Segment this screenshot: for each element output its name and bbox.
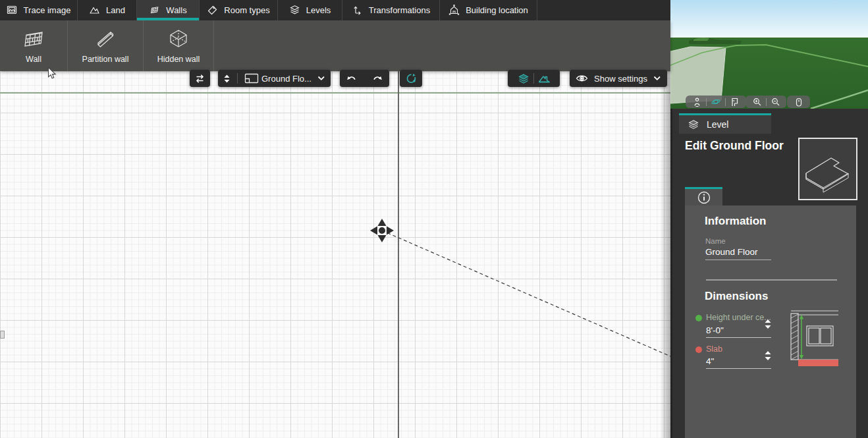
divider — [766, 98, 767, 106]
level-selector[interactable]: Ground Flo... — [218, 70, 331, 87]
floor-plan-icon — [244, 73, 259, 84]
tool-label: Partition wall — [82, 55, 129, 64]
slab-label: Slab — [706, 344, 722, 354]
chevron-down-icon — [653, 76, 661, 81]
level-thumbnail — [798, 138, 857, 200]
viewport-nav-group — [686, 96, 746, 108]
tab-information[interactable] — [685, 187, 722, 205]
tab-label: Levels — [306, 5, 331, 15]
wall-draw-overlay — [0, 71, 670, 438]
tab-transformations[interactable]: Transformations — [342, 0, 440, 20]
orbit-button[interactable] — [711, 97, 720, 106]
divider — [706, 98, 707, 106]
main-tab-bar: Trace image Land Walls Room types — [0, 0, 670, 20]
panel-shadow — [660, 71, 670, 438]
move-marker — [370, 219, 394, 242]
tab-land[interactable]: Land — [78, 0, 137, 20]
name-input[interactable]: Ground Floor — [705, 247, 758, 257]
walls-icon — [149, 5, 160, 16]
compass-icon — [405, 72, 418, 85]
tool-label: Wall — [26, 55, 41, 64]
section-divider — [706, 279, 837, 281]
slab-stepper[interactable] — [764, 350, 772, 362]
height-input-underline — [706, 337, 771, 338]
slab-input[interactable]: 4" — [706, 356, 714, 366]
tool-hidden-wall[interactable]: Hidden wall — [144, 20, 214, 71]
tab-levels[interactable]: Levels — [278, 0, 342, 20]
show-land-toggle[interactable] — [538, 73, 551, 84]
divider — [533, 73, 534, 84]
level-slab-drawing — [801, 140, 855, 198]
compass-reset-button[interactable] — [400, 70, 422, 87]
viewport-mouse-group — [787, 96, 810, 108]
wall-section-diagram — [789, 308, 840, 370]
trace-image-icon — [7, 5, 18, 16]
show-settings-label: Show settings — [594, 74, 647, 84]
height-stepper[interactable] — [764, 318, 772, 330]
name-label: Name — [705, 237, 726, 245]
hidden-wall-icon — [167, 28, 190, 51]
swap-view-button[interactable] — [190, 70, 210, 87]
viewport-zoom-group — [746, 96, 786, 108]
3d-scene — [670, 0, 868, 109]
transformations-icon — [352, 5, 363, 16]
canvas-edge-handle[interactable] — [0, 331, 5, 339]
tab-label: Building location — [466, 5, 528, 15]
tab-label: Trace image — [24, 5, 71, 15]
mouse-controls-button[interactable] — [794, 97, 803, 107]
tab-walls[interactable]: Walls — [137, 0, 200, 20]
display-toggle-group — [508, 70, 560, 87]
walkthrough-button[interactable] — [693, 97, 701, 107]
3d-viewport[interactable] — [670, 0, 868, 109]
tool-label: Hidden wall — [157, 55, 200, 64]
name-input-underline — [705, 260, 771, 260]
slab-status-dot — [695, 346, 702, 353]
dimensions-heading: Dimensions — [705, 290, 768, 303]
land-icon — [89, 5, 100, 16]
info-icon — [697, 190, 711, 205]
panel-title: Edit Ground Floor — [685, 139, 784, 153]
divider — [237, 73, 238, 84]
tab-level-label: Level — [707, 119, 728, 130]
tab-building-location[interactable]: Building location — [440, 0, 537, 20]
tab-label: Transformations — [369, 5, 430, 15]
level-selector-value: Ground Flo... — [261, 74, 315, 84]
show-settings-button[interactable]: Show settings — [570, 70, 667, 87]
floorplan-canvas[interactable] — [0, 71, 670, 438]
level-properties-panel: Level Edit Ground Floor Information Name… — [670, 109, 868, 438]
level-spinner[interactable] — [223, 74, 231, 84]
building-location-icon — [448, 5, 460, 16]
zoom-in-button[interactable] — [753, 97, 761, 106]
chevron-down-icon — [317, 76, 325, 81]
height-status-dot — [695, 315, 702, 321]
show-levels-toggle[interactable] — [518, 73, 529, 84]
eye-icon — [576, 74, 588, 83]
slab-input-underline — [706, 368, 771, 369]
level-stack-icon — [688, 119, 699, 130]
tool-wall[interactable]: Wall — [0, 20, 68, 71]
tab-label: Walls — [166, 5, 186, 15]
tool-partition-wall[interactable]: Partition wall — [68, 20, 144, 71]
room-types-icon — [207, 5, 218, 16]
undo-button[interactable] — [346, 74, 358, 83]
wall-icon — [22, 28, 45, 51]
height-input[interactable]: 8'-0" — [706, 325, 724, 335]
information-heading: Information — [705, 215, 767, 228]
tab-label: Land — [106, 5, 125, 15]
height-label: Height under ce... — [706, 313, 771, 322]
properties-section: Information Name Ground Floor Dimensions… — [685, 205, 856, 438]
levels-icon — [289, 5, 300, 16]
undo-redo-group — [340, 70, 389, 87]
tab-level[interactable]: Level — [679, 113, 771, 134]
swap-icon — [194, 74, 205, 84]
divider — [725, 98, 726, 106]
zoom-out-button[interactable] — [771, 97, 780, 106]
partition-wall-icon — [94, 28, 117, 51]
wall-tool-ribbon: Wall Partition wall Hidden wall — [0, 20, 670, 71]
floorplan-view-button[interactable] — [730, 97, 739, 107]
tab-trace-image[interactable]: Trace image — [0, 0, 78, 20]
redo-button[interactable] — [371, 74, 383, 83]
tab-room-types[interactable]: Room types — [200, 0, 278, 20]
tab-label: Room types — [224, 5, 269, 15]
